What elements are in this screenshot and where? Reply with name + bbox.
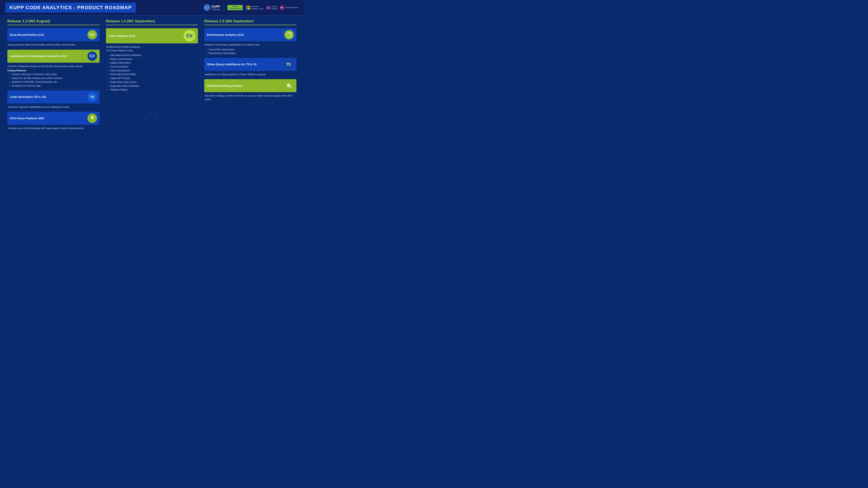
- feature-debug-title: OnDemand Debug Context: [207, 84, 243, 88]
- feature-late-bound: Late Bound to Early Bound Converter (C#)…: [7, 50, 100, 88]
- svg-text:VS: VS: [267, 7, 270, 9]
- header: KUPP CODE ANALYTICS - PRODUCT ROADMAP K …: [0, 0, 304, 15]
- feature-perf-analytics: Performance Analytics (C#) Realtime Perf…: [204, 28, 297, 55]
- power-platform-sdk-icon: [90, 116, 95, 121]
- performance-clock-icon: [286, 32, 292, 37]
- feature-odata-desc: IntelliSense for OData Queries in Power …: [204, 73, 297, 76]
- list-item: Data Retrieve Optimization: [206, 52, 297, 55]
- feature-odata-title: OData Query IntelliSense for TS & JS: [207, 63, 256, 66]
- feature-code-analytics-title: Code Analytics (C#): [108, 34, 135, 37]
- main-content: Release 1.3 (W2 August) Early Bound Enti…: [0, 15, 304, 137]
- list-item: Plugin Loop Detection: [107, 58, 198, 61]
- col2-title: Release 1.4 (W1 September): [106, 19, 198, 25]
- perf-list: ColumnSets Optimization Data Retrieve Op…: [204, 48, 297, 55]
- csharp-icon-3: C#: [184, 30, 195, 42]
- partner-logos: MicrosoftDynamics 365 VS VisualStudio PP…: [246, 5, 299, 10]
- feature-sdk-desc: A ready to use NuGet package with many p…: [7, 126, 100, 130]
- feature-sdk-title: KCA Power Platform SDK: [10, 117, 44, 120]
- svg-marker-6: [147, 113, 157, 125]
- feature-code-gen-header: Code Generation (TS & JS) TS: [7, 91, 100, 103]
- ts-odata-icon: TS: [283, 60, 294, 69]
- list-item: Legacy API Checks: [107, 76, 198, 80]
- feature-early-bound-desc: Easily generate early-bound entities dir…: [7, 43, 100, 46]
- kupp-icon: K: [204, 4, 211, 11]
- list-item: Sequential Guids Verification: [107, 85, 198, 88]
- dynamics-logo: MicrosoftDynamics 365: [246, 5, 263, 10]
- csharp-icon-1: C#: [88, 30, 97, 39]
- vs-icon: VS: [266, 5, 271, 10]
- column-3: Release 1.5 (W4 September) Performance A…: [201, 19, 300, 133]
- list-item: Check Exceptions: [107, 65, 198, 68]
- column-1: Release 1.3 (W2 August) Early Bound Enti…: [4, 19, 103, 133]
- coding-features-list: Convert entity type to Typesafe custom c…: [7, 73, 100, 88]
- visual-studio-logo: VS VisualStudio: [266, 5, 277, 10]
- list-item: Support for all SDK methods and custom m…: [9, 76, 100, 80]
- list-item: Update Optimization: [107, 61, 198, 64]
- kupp-logo-text: KUPP Software: [212, 5, 220, 11]
- feature-perf-desc: Realtime Performance optimization for cu…: [204, 43, 297, 46]
- list-item: Exceptions for Generic Logic: [9, 84, 100, 88]
- list-item: ColumnSets Optimization: [206, 48, 297, 51]
- feature-perf-title: Performance Analytics (C#): [207, 33, 244, 36]
- csharp-icon-2: C#: [88, 52, 97, 61]
- feature-late-bound-desc: Convert a Dataverse project on-the-fly f…: [7, 64, 100, 68]
- feature-late-bound-title: Late Bound to Early Bound Converter (C#): [10, 55, 67, 58]
- feature-sdk: KCA Power Platform SDK A ready to use Nu…: [7, 112, 100, 130]
- feature-odata-header: OData Query IntelliSense for TS & JS TS: [204, 58, 297, 71]
- list-item: Convert entity type to Typesafe custom c…: [9, 73, 100, 76]
- coding-features-subtitle: Coding Features: [7, 69, 100, 72]
- feature-code-gen-title: Code Generation (TS & JS): [10, 95, 46, 98]
- kca-badge: KUPP Code Analytics: [227, 5, 243, 10]
- pp-logo-icon: PP: [280, 5, 284, 10]
- list-item: Data Model Schema Validation: [107, 54, 198, 57]
- col3-title: Release 1.5 (W4 September): [204, 19, 297, 25]
- clock-icon: [284, 30, 294, 39]
- feature-code-analytics-desc: Realtime Best Practice AnalyzerFor Power…: [106, 45, 198, 52]
- svg-text:PP: PP: [280, 7, 283, 9]
- feature-code-analytics: Code Analytics (C#) C# Realtime Best Pra…: [106, 28, 198, 91]
- feature-code-gen-desc: Generate Typesafe ViewModels for your Da…: [7, 105, 100, 109]
- hex-decoration: [147, 113, 157, 127]
- list-item: Stateless Plugins: [107, 88, 198, 91]
- list-item: Detect bad patterns: [107, 69, 198, 72]
- list-item: Plugin Base Class checks: [107, 80, 198, 84]
- circle-deco-2: [272, 88, 301, 116]
- list-item: Support for FetchXML, QueryExpression, e…: [9, 80, 100, 84]
- feature-code-gen: Code Generation (TS & JS) TS Generate Ty…: [7, 91, 100, 109]
- feature-early-bound-header: Early Bound Entities (C#) C#: [7, 28, 100, 41]
- feature-early-bound: Early Bound Entities (C#) C# Easily gene…: [7, 28, 100, 46]
- feature-perf-header: Performance Analytics (C#): [204, 28, 297, 41]
- power-platform-logo: PP Power Platform: [280, 5, 299, 10]
- pp-sdk-icon: [88, 113, 97, 123]
- svg-point-13: [288, 85, 289, 87]
- feature-early-bound-title: Early Bound Entities (C#): [10, 33, 44, 36]
- svg-text:K: K: [206, 7, 208, 9]
- list-item: Detect late-bound entities: [107, 73, 198, 76]
- col1-title: Release 1.3 (W2 August): [7, 19, 100, 25]
- feature-sdk-header: KCA Power Platform SDK: [7, 112, 100, 125]
- page-title: KUPP CODE ANALYTICS - PRODUCT ROADMAP: [5, 3, 136, 12]
- column-2: Release 1.4 (W1 September) Code Analytic…: [103, 19, 202, 133]
- ts-icon-1: TS: [88, 92, 97, 102]
- kupp-logo: K KUPP Software: [204, 4, 224, 11]
- microsoft-icon: [246, 6, 250, 9]
- feature-code-analytics-header: Code Analytics (C#) C#: [106, 28, 198, 43]
- header-logos: K KUPP Software KUPP Code Analytics Micr…: [204, 4, 299, 11]
- feature-odata: OData Query IntelliSense for TS & JS TS …: [204, 58, 297, 76]
- code-analytics-list: Data Model Schema Validation Plugin Loop…: [106, 54, 198, 91]
- feature-late-bound-header: Late Bound to Early Bound Converter (C#)…: [7, 50, 100, 63]
- hexagon-deco: [147, 113, 157, 126]
